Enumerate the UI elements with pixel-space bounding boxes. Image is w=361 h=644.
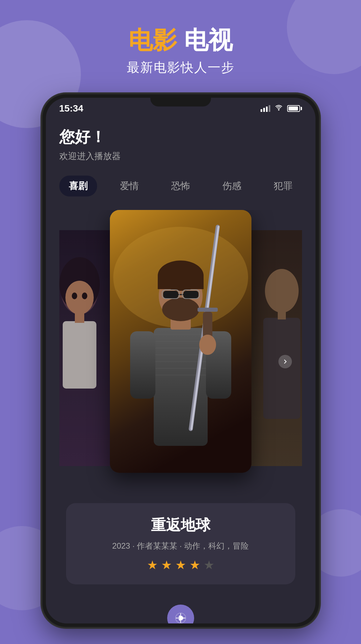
phone-screen: 15:34	[46, 98, 315, 623]
greeting-title: 您好！	[59, 127, 302, 148]
svg-rect-8	[75, 313, 84, 323]
carousel-next-btn[interactable]	[278, 355, 292, 368]
star-4: ★	[189, 558, 200, 572]
header-tv-text: 电视	[184, 27, 233, 54]
star-2: ★	[161, 558, 172, 572]
svg-rect-27	[183, 291, 199, 298]
movie-title: 重返地球	[80, 515, 282, 535]
header-section: 电影 电视 最新电影快人一步	[0, 27, 361, 76]
signal-bar-2	[263, 108, 265, 112]
main-image	[110, 210, 251, 473]
svg-point-0	[278, 109, 279, 111]
tab-romance[interactable]: 爱情	[111, 176, 148, 196]
svg-rect-33	[198, 308, 218, 312]
phone-frame: 15:34	[42, 94, 319, 627]
meta-dot-1: ·	[132, 541, 137, 550]
movie-meta: 2023 · 作者某某某 · 动作，科幻，冒险	[80, 541, 282, 551]
star-1: ★	[147, 558, 158, 572]
header-movie-text: 电影	[128, 27, 177, 54]
svg-point-6	[82, 293, 87, 299]
greeting-subtitle: 欢迎进入播放器	[59, 150, 302, 162]
signal-bar-3	[266, 106, 268, 112]
star-3: ★	[175, 558, 186, 572]
svg-rect-19	[130, 331, 155, 399]
svg-rect-26	[163, 291, 178, 298]
play-button[interactable]	[167, 605, 194, 623]
svg-point-35	[199, 335, 216, 355]
movie-card-main[interactable]	[110, 210, 251, 473]
svg-point-37	[265, 269, 299, 313]
signal-icon	[261, 105, 270, 112]
svg-point-25	[162, 298, 199, 321]
movies-carousel	[59, 210, 302, 513]
signal-bar-1	[261, 109, 262, 112]
bottom-nav	[59, 594, 302, 623]
star-5: ★	[204, 558, 214, 572]
genre-tabs: 喜剧 爱情 恐怖 伤感 犯罪	[59, 176, 302, 196]
phone-notch	[150, 94, 211, 106]
tab-horror[interactable]: 恐怖	[162, 176, 200, 196]
signal-bar-4	[269, 105, 270, 112]
app-content: 您好！ 欢迎进入播放器 喜剧 爱情 恐怖 伤感 犯罪	[46, 117, 315, 623]
movie-rating: ★ ★ ★ ★ ★	[80, 558, 282, 572]
play-icon	[175, 613, 186, 623]
header-title: 电影 电视	[0, 27, 361, 54]
svg-point-42	[180, 617, 181, 619]
battery-icon	[287, 105, 302, 112]
header-subtitle: 最新电影快人一步	[0, 59, 361, 76]
tab-comedy[interactable]: 喜剧	[59, 176, 97, 196]
meta-dot-2: ·	[180, 541, 184, 550]
svg-point-4	[65, 281, 94, 314]
wifi-icon	[274, 104, 283, 113]
movie-director: 作者某某某	[137, 541, 177, 550]
svg-rect-38	[263, 318, 300, 419]
movie-year: 2023	[112, 541, 130, 550]
svg-rect-39	[278, 312, 286, 319]
movie-info-card: 重返地球 2023 · 作者某某某 · 动作，科幻，冒险 ★ ★ ★ ★ ★	[66, 503, 295, 584]
svg-rect-7	[63, 321, 96, 389]
tab-sad[interactable]: 伤感	[213, 176, 251, 196]
status-time: 15:34	[59, 103, 84, 114]
tab-crime[interactable]: 犯罪	[264, 176, 302, 196]
svg-point-5	[72, 293, 77, 299]
movie-genres: 动作，科幻，冒险	[184, 541, 249, 550]
status-icons	[261, 104, 302, 113]
svg-rect-24	[158, 276, 204, 289]
